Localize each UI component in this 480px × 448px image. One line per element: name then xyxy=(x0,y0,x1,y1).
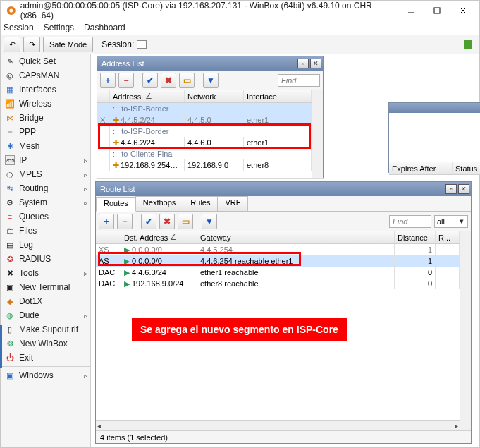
enable-button[interactable]: ✔ xyxy=(142,73,158,88)
filter-select[interactable]: all▾ xyxy=(434,215,468,228)
connection-indicator xyxy=(464,40,472,49)
chevron-right-icon: ▹ xyxy=(80,185,90,193)
route-list-titlebar[interactable]: Route List ▫ ✕ xyxy=(96,182,471,196)
route-list-toolbar: + − ✔ ✖ ▭ ▼ Find all▾ xyxy=(96,212,471,231)
disable-button[interactable]: ✖ xyxy=(161,73,176,88)
secondary-window-titlebar[interactable]: ▫ ✕ xyxy=(389,103,480,113)
sidebar-item-windows[interactable]: ▣Windows▹ xyxy=(1,368,90,382)
mesh-icon: ✱ xyxy=(5,141,15,151)
highlight-route-row xyxy=(98,252,301,266)
table-row[interactable]: DAC ▶4.4.6.0/24 ether1 reachable 0 xyxy=(96,267,460,278)
address-flag-icon: ✚ xyxy=(113,161,119,170)
chevron-right-icon: ▹ xyxy=(80,270,90,277)
find-input[interactable]: Find xyxy=(278,74,320,87)
sidebar-item-log[interactable]: ▤Log xyxy=(1,238,90,252)
close-button[interactable] xyxy=(450,1,476,20)
sidebar-item-dot1x[interactable]: ◆Dot1X xyxy=(1,294,90,308)
sidebar-item-quick-set[interactable]: ✎Quick Set xyxy=(1,54,90,68)
filter-button[interactable]: ▼ xyxy=(202,214,217,229)
col-status[interactable]: Status xyxy=(453,162,480,174)
table-row[interactable]: ✚192.168.9.254… 192.168.9.0 ether8 xyxy=(97,159,312,171)
sidebar-item-queues[interactable]: ≡Queues xyxy=(1,210,90,224)
find-input[interactable]: Find xyxy=(389,215,431,228)
annotation-label: Se agrega el nuevo segmento en ISP-Core xyxy=(132,318,347,341)
col-expires[interactable]: Expires After xyxy=(389,162,453,174)
add-button[interactable]: + xyxy=(99,214,114,229)
restore-button[interactable]: ▫ xyxy=(445,184,457,194)
menu-settings[interactable]: Settings xyxy=(44,23,74,32)
svg-point-1 xyxy=(9,8,13,12)
comment-button[interactable]: ▭ xyxy=(179,73,195,88)
sidebar-item-mesh[interactable]: ✱Mesh xyxy=(1,139,90,153)
close-button[interactable]: ✕ xyxy=(458,184,469,194)
tab-rules[interactable]: Rules xyxy=(183,196,218,211)
tab-routes[interactable]: Routes xyxy=(96,197,136,212)
wand-icon: ✎ xyxy=(5,56,15,66)
enable-button[interactable]: ✔ xyxy=(141,214,156,229)
col-distance[interactable]: Distance xyxy=(395,231,436,243)
session-box[interactable] xyxy=(137,40,147,49)
col-interface[interactable]: Interface xyxy=(244,90,312,102)
sidebar-item-mpls[interactable]: ◌MPLS▹ xyxy=(1,167,90,181)
col-network[interactable]: Network xyxy=(185,90,244,102)
remove-button[interactable]: − xyxy=(118,73,134,88)
sidebar-item-new-winbox[interactable]: ❂New WinBox xyxy=(1,337,90,351)
col-r[interactable]: R... xyxy=(436,231,460,243)
horizontal-scrollbar[interactable]: ◂▸ xyxy=(96,420,460,430)
vertical-scrollbar[interactable] xyxy=(312,90,323,178)
sidebar-item-routing[interactable]: ↹Routing▹ xyxy=(1,181,90,195)
remove-button[interactable]: − xyxy=(117,214,133,229)
main-window: admin@50:00:00:05:00:05 (ISP-Core) via 1… xyxy=(0,0,480,448)
sidebar-item-exit[interactable]: ⏻Exit xyxy=(1,351,90,365)
files-icon: 🗀 xyxy=(5,226,15,236)
bridge-icon: ⋈ xyxy=(5,113,15,123)
tab-nexthops[interactable]: Nexthops xyxy=(135,196,183,211)
menu-dashboard[interactable]: Dashboard xyxy=(84,23,125,32)
add-button[interactable]: + xyxy=(100,73,116,88)
secondary-table-header: Expires After Status ▾ xyxy=(389,162,480,175)
sidebar-item-ip[interactable]: 255IP▹ xyxy=(1,153,90,167)
system-icon: ⚙ xyxy=(5,198,15,207)
sidebar-item-wireless[interactable]: 📶Wireless xyxy=(1,97,90,111)
undo-button[interactable]: ↶ xyxy=(4,37,20,52)
table-row[interactable]: DAC ▶192.168.9.0/24 ether8 reachable 0 xyxy=(96,278,460,289)
sidebar-item-ppp[interactable]: ⎓PPP xyxy=(1,125,90,139)
sidebar-item-new-terminal[interactable]: ▣New Terminal xyxy=(1,280,90,294)
sidebar-item-system[interactable]: ⚙System▹ xyxy=(1,195,90,210)
exit-icon: ⏻ xyxy=(5,353,15,363)
sidebar-item-interfaces[interactable]: ▦Interfaces xyxy=(1,83,90,97)
sidebar-item-make-supout[interactable]: ▯Make Supout.rif xyxy=(1,322,90,337)
sidebar-item-radius[interactable]: ✪RADIUS xyxy=(1,252,90,266)
table-row[interactable]: ::: to-Cliente-Final xyxy=(97,148,312,159)
sidebar-item-capsman[interactable]: ◎CAPsMAN xyxy=(1,68,90,83)
maximize-button[interactable] xyxy=(424,1,450,20)
highlight-address-row xyxy=(98,123,311,149)
tab-vrf[interactable]: VRF xyxy=(217,196,248,211)
restore-button[interactable]: ▫ xyxy=(297,59,309,68)
col-gateway[interactable]: Gateway xyxy=(197,231,395,243)
address-list-titlebar[interactable]: Address List ▫ ✕ xyxy=(97,56,323,71)
close-button[interactable]: ✕ xyxy=(310,59,321,68)
col-address[interactable]: Address ∠ xyxy=(110,90,185,102)
sidebar-item-tools[interactable]: ✖Tools▹ xyxy=(1,266,90,280)
route-list-window: Route List ▫ ✕ Routes Nexthops Rules VRF… xyxy=(95,181,472,444)
vertical-scrollbar[interactable] xyxy=(460,231,471,430)
address-table-header: Address ∠ Network Interface xyxy=(97,90,312,103)
ppp-icon: ⎓ xyxy=(5,127,15,137)
menu-session[interactable]: Session xyxy=(4,23,34,32)
minimize-button[interactable] xyxy=(398,1,424,20)
table-row[interactable]: ::: to-ISP-Border xyxy=(97,103,312,114)
disable-button[interactable]: ✖ xyxy=(159,214,175,229)
routing-icon: ↹ xyxy=(5,183,15,193)
sidebar-item-bridge[interactable]: ⋈Bridge xyxy=(1,111,90,125)
redo-button[interactable]: ↷ xyxy=(23,37,40,52)
comment-button[interactable]: ▭ xyxy=(178,214,193,229)
filter-button[interactable]: ▼ xyxy=(203,73,219,88)
sidebar-item-dude[interactable]: ◍Dude▹ xyxy=(1,308,90,322)
log-icon: ▤ xyxy=(5,240,15,250)
dot1x-icon: ◆ xyxy=(5,296,15,306)
sidebar-item-files[interactable]: 🗀Files xyxy=(1,224,90,238)
safe-mode-button[interactable]: Safe Mode xyxy=(43,37,93,52)
col-dst[interactable]: Dst. Address ∠ xyxy=(121,231,197,243)
route-list-statusbar: 4 items (1 selected) xyxy=(96,430,471,443)
